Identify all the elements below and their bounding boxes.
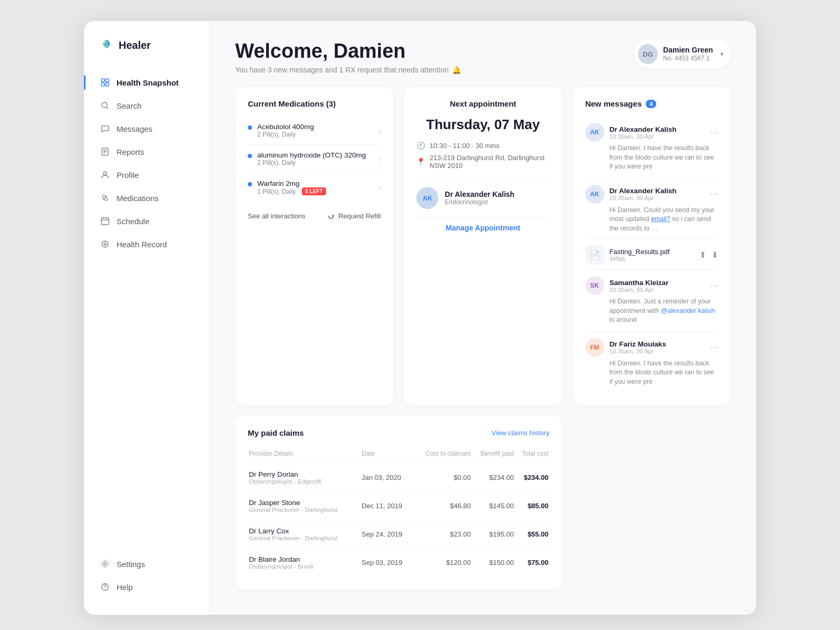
messages-title: New messages	[585, 99, 642, 108]
message-more-icon-4[interactable]: ⋯	[710, 342, 718, 352]
appointment-doctor: AK Dr Alexander Kalish Endocrinologist	[416, 187, 549, 209]
claims-section: My paid claims View claims history Provi…	[235, 416, 562, 590]
claims-row-3: Dr Larry Cox General Practioner - Darlin…	[249, 520, 549, 548]
svg-point-6	[103, 172, 107, 175]
svg-rect-3	[106, 83, 109, 86]
message-item-2[interactable]: AK Dr Alexander Kalish 10:35am, 30 Apr ⋯…	[585, 178, 718, 240]
sidebar-item-search[interactable]: Search	[92, 94, 201, 117]
col-total: Total cost	[515, 447, 549, 463]
content-grid: Current Medications (3) Acebutolol 400mg…	[210, 87, 756, 615]
med-item-1[interactable]: Acebutolol 400mg 2 Pill(s), Daily ›	[248, 117, 381, 145]
schedule-icon	[100, 216, 110, 226]
medications-icon	[100, 193, 110, 203]
sidebar-item-settings[interactable]: Settings	[92, 553, 201, 575]
col-cost: Cost to claimant	[414, 447, 470, 463]
claims-header: My paid claims View claims history	[248, 428, 550, 437]
appointment-card: Next appointment Thursday, 07 May 🕙 10:3…	[404, 87, 562, 405]
messages-badge: 4	[646, 100, 656, 108]
sidebar-bottom: Settings Help	[84, 553, 209, 598]
manage-appointment-button[interactable]: Manage Appointment	[416, 217, 549, 238]
email-link[interactable]: email?	[651, 215, 670, 223]
med-item-2[interactable]: aluminum hydroxide (OTC) 320mg 2 Pill(s)…	[248, 145, 381, 173]
logo-text: Healer	[119, 39, 151, 51]
svg-rect-8	[101, 218, 109, 225]
med-dose-2: 2 Pill(s), Daily	[257, 159, 366, 166]
sidebar-item-health-snapshot[interactable]: Health Snapshot	[92, 71, 201, 93]
app-container: Healer Health Snapshot	[84, 21, 756, 615]
rx-icon: 🔔	[452, 66, 461, 74]
sidebar-item-health-snapshot-label: Health Snapshot	[117, 78, 178, 87]
sidebar-item-profile[interactable]: Profile	[92, 164, 201, 186]
view-claims-history-link[interactable]: View claims history	[491, 429, 549, 437]
location-icon: 📍	[416, 158, 425, 166]
user-menu[interactable]: DG Damien Green No. 4453 4567.1 ▾	[634, 40, 731, 68]
user-avatar: DG	[638, 44, 658, 64]
claims-title: My paid claims	[248, 428, 304, 437]
doctor-name: Dr Alexander Kalish	[445, 190, 514, 198]
sidebar-item-schedule[interactable]: Schedule	[92, 210, 201, 232]
msg-preview-2: Hi Damien. Could you send my your most u…	[585, 206, 718, 234]
message-item-4[interactable]: FM Dr Fariz Moulaks 10:35am, 30 Apr ⋯ Hi…	[585, 332, 718, 393]
file-share-button[interactable]: ⬆	[699, 250, 706, 260]
message-more-icon-1[interactable]: ⋯	[710, 128, 718, 138]
refill-badge: 5 LEFT	[302, 187, 326, 195]
doctor-specialty: Endocrinologist	[445, 198, 514, 206]
messages-icon	[100, 123, 110, 134]
user-info: Damien Green No. 4453 4567.1	[663, 45, 713, 63]
message-item-1[interactable]: AK Dr Alexander Kalish 10:35am, 30 Apr ⋯…	[585, 117, 718, 178]
msg-time-4: 10:35am, 30 Apr	[610, 348, 666, 354]
msg-sender-4: Dr Fariz Moulaks	[610, 340, 666, 348]
msg-time-2: 10:35am, 30 Apr	[610, 195, 677, 201]
request-refill-button[interactable]: Request Refill	[327, 212, 381, 220]
header-left: Welcome, Damien You have 3 new messages …	[235, 40, 461, 74]
svg-rect-1	[106, 79, 109, 82]
msg-avatar-4: FM	[585, 338, 604, 357]
svg-rect-2	[101, 83, 104, 86]
svg-rect-0	[101, 79, 104, 82]
sidebar-item-health-record[interactable]: Health Record	[92, 233, 201, 255]
sidebar-item-reports[interactable]: Reports	[92, 141, 201, 163]
sidebar: Healer Health Snapshot	[84, 21, 210, 615]
claims-row-1: Dr Perry Dorian Otolaryngologist - Edgec…	[249, 464, 549, 491]
profile-icon	[100, 170, 110, 180]
med-name-2: aluminum hydroxide (OTC) 320mg	[257, 151, 366, 159]
chevron-right-icon-2: ›	[379, 155, 381, 163]
sidebar-item-medications[interactable]: Medications	[92, 187, 201, 209]
sidebar-item-help[interactable]: Help	[92, 576, 201, 598]
chevron-right-icon: ›	[379, 127, 381, 135]
msg-avatar-2: AK	[585, 185, 604, 204]
see-all-interactions-link[interactable]: See all interactions	[248, 212, 306, 220]
med-item-3[interactable]: Warfarin 2mg 1 Pill(s), Daily 5 LEFT ›	[248, 173, 381, 202]
message-more-icon-2[interactable]: ⋯	[710, 189, 718, 199]
claims-table: Provider Details Date Cost to claimant B…	[248, 446, 550, 577]
main-content: Welcome, Damien You have 3 new messages …	[210, 21, 756, 615]
sidebar-item-messages[interactable]: Messages	[92, 118, 201, 140]
sidebar-item-reports-label: Reports	[117, 148, 144, 156]
settings-icon	[100, 559, 110, 569]
sidebar-nav: Health Snapshot Search	[84, 71, 209, 553]
msg-avatar-3: SK	[585, 276, 604, 295]
msg-preview-1: Hi Damien. I have the results back from …	[585, 144, 718, 172]
msg-avatar-1: AK	[585, 123, 604, 142]
mention-link[interactable]: @alexander kalish	[661, 307, 715, 314]
appointment-location: 📍 213-219 Darlinghurst Rd, Darlinghurst …	[416, 154, 549, 170]
med-name-1: Acebutolol 400mg	[257, 123, 314, 131]
claims-row-2: Dr Jasper Stone General Practioner - Dar…	[249, 492, 549, 519]
messages-header: New messages 4	[585, 99, 718, 108]
chevron-right-icon-3: ›	[379, 183, 381, 192]
message-item-3[interactable]: SK Samantha Kleizar 10:35am, 30 Apr ⋯ Hi…	[585, 270, 718, 332]
welcome-heading: Welcome, Damien	[235, 40, 461, 62]
user-id: No. 4453 4567.1	[663, 55, 713, 63]
med-dot-2	[248, 154, 252, 158]
sidebar-item-messages-label: Messages	[117, 124, 152, 133]
sidebar-item-search-label: Search	[117, 101, 142, 110]
file-size: 345kb	[610, 256, 670, 262]
svg-point-12	[104, 589, 105, 589]
header-subtitle: You have 3 new messages and 1 RX request…	[235, 66, 461, 74]
message-more-icon-3[interactable]: ⋯	[710, 281, 718, 291]
appointment-divider	[416, 178, 549, 178]
file-actions: ⬆ ⬇	[699, 250, 718, 260]
svg-point-10	[104, 563, 107, 565]
file-download-button[interactable]: ⬇	[711, 250, 718, 260]
msg-sender-2: Dr Alexander Kalish	[610, 187, 677, 195]
